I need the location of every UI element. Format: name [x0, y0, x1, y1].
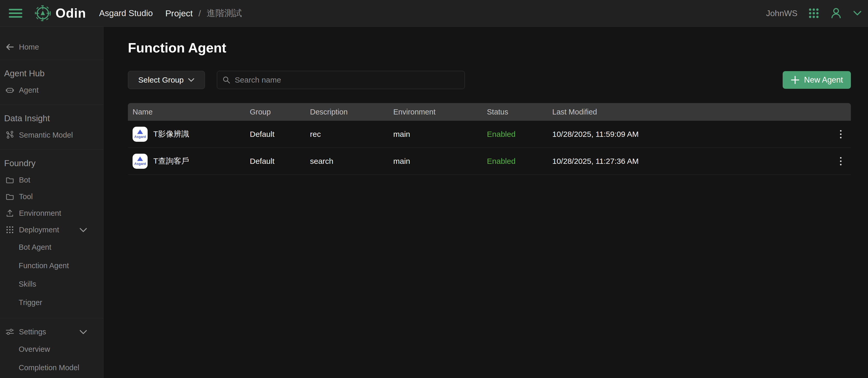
- table-row[interactable]: Asgard T影像辨識 Default rec main Enabled 10…: [128, 121, 851, 148]
- sidebar-item-deployment[interactable]: Deployment: [0, 222, 103, 238]
- select-group-label: Select Group: [138, 76, 184, 84]
- sidebar-section-agent-hub: Agent Hub: [0, 65, 103, 82]
- column-header-name: Name: [132, 108, 250, 116]
- folder-icon: [5, 175, 14, 184]
- odin-logo-icon: [34, 5, 51, 22]
- account-chevron-down-icon[interactable]: [853, 10, 862, 16]
- upload-icon: [5, 208, 14, 218]
- sidebar-item-overview[interactable]: Overview: [0, 340, 103, 358]
- sidebar-item-trigger[interactable]: Trigger: [0, 293, 103, 312]
- select-group-dropdown[interactable]: Select Group: [128, 71, 205, 89]
- sliders-icon: [5, 327, 14, 337]
- sidebar-item-bot-agent[interactable]: Bot Agent: [0, 238, 103, 257]
- chevron-down-icon[interactable]: [80, 226, 87, 234]
- row-actions-kebab-icon[interactable]: [837, 128, 844, 141]
- sidebar-section-data-insight: Data Insight: [0, 110, 103, 127]
- column-header-environment: Environment: [393, 108, 487, 116]
- toolbar: Select Group New Agent: [128, 71, 851, 89]
- column-header-status: Status: [487, 108, 552, 116]
- column-header-last-modified: Last Modified: [552, 108, 829, 116]
- sidebar-item-environment[interactable]: Environment: [0, 205, 103, 222]
- back-arrow-icon: [5, 42, 14, 52]
- sidebar: Home Agent Hub Agent Data Insigh: [0, 27, 103, 378]
- agent-name-cell: Asgard T影像辨識: [132, 127, 250, 142]
- sidebar-item-completion-model[interactable]: Completion Model: [0, 358, 103, 377]
- sidebar-item-tool[interactable]: Tool: [0, 188, 103, 205]
- folder-icon: [5, 192, 14, 201]
- search-input[interactable]: [235, 76, 459, 84]
- chevron-down-icon: [188, 78, 194, 82]
- agent-group: Default: [250, 157, 310, 166]
- asgard-agent-icon: Asgard: [132, 127, 148, 142]
- breadcrumb-project[interactable]: Project: [165, 8, 193, 19]
- agent-last-modified: 10/28/2025, 11:59:09 AM: [552, 130, 829, 139]
- agent-name-cell: Asgard T查詢客戶: [132, 154, 250, 169]
- agent-description: search: [310, 157, 393, 166]
- triangle-glyph: [137, 156, 143, 161]
- breadcrumb: Project / 進階測試: [165, 7, 242, 19]
- sidebar-item-label: Settings: [19, 328, 46, 336]
- sidebar-item-bot[interactable]: Bot: [0, 172, 103, 188]
- table-row[interactable]: Asgard T查詢客戶 Default search main Enabled…: [128, 148, 851, 175]
- brand-name: Odin: [56, 6, 86, 21]
- sidebar-item-label: Environment: [19, 209, 61, 217]
- agent-name: T查詢客戶: [153, 156, 189, 167]
- sidebar-item-agent[interactable]: Agent: [0, 82, 103, 98]
- user-avatar-icon[interactable]: [830, 7, 842, 19]
- agent-environment: main: [393, 130, 487, 139]
- asgard-agent-icon: Asgard: [132, 154, 148, 169]
- agent-icon-label: Asgard: [134, 135, 146, 139]
- robot-icon: [5, 85, 14, 95]
- sidebar-item-label: Deployment: [19, 226, 59, 234]
- column-header-description: Description: [310, 108, 393, 116]
- sidebar-item-semantic-model[interactable]: Semantic Model: [0, 127, 103, 143]
- agent-environment: main: [393, 157, 487, 166]
- agent-description: rec: [310, 130, 393, 139]
- top-header: Odin Asgard Studio Project / 進階測試 JohnWS: [0, 0, 868, 27]
- agent-group: Default: [250, 130, 310, 139]
- main-content: Function Agent Select Group: [103, 27, 868, 378]
- sidebar-item-home[interactable]: Home: [0, 39, 103, 55]
- agent-table: Name Group Description Environment Statu…: [128, 103, 851, 175]
- new-agent-button[interactable]: New Agent: [783, 71, 851, 89]
- app-name[interactable]: Asgard Studio: [99, 8, 153, 18]
- sidebar-item-label: Home: [19, 43, 39, 51]
- sidebar-item-label: Semantic Model: [19, 131, 73, 139]
- table-header: Name Group Description Environment Statu…: [128, 103, 851, 121]
- header-right-group: JohnWS: [766, 7, 862, 19]
- plus-icon: [791, 76, 800, 84]
- network-icon: [5, 130, 14, 140]
- search-box: [217, 71, 465, 89]
- chevron-down-icon[interactable]: [80, 328, 87, 336]
- sidebar-item-label: Bot: [19, 176, 30, 184]
- sidebar-item-label: Tool: [19, 193, 33, 201]
- sidebar-item-settings[interactable]: Settings: [0, 323, 103, 340]
- breadcrumb-separator: /: [198, 8, 201, 19]
- triangle-glyph: [137, 129, 143, 134]
- new-agent-label: New Agent: [804, 75, 843, 85]
- agent-last-modified: 10/28/2025, 11:27:36 AM: [552, 157, 829, 166]
- status-badge: Enabled: [487, 157, 552, 166]
- sidebar-item-function-agent[interactable]: Function Agent: [0, 257, 103, 275]
- search-icon: [222, 76, 230, 84]
- apps-grid-icon[interactable]: [808, 8, 819, 19]
- agent-icon-label: Asgard: [134, 162, 146, 166]
- hamburger-menu-icon[interactable]: [9, 9, 22, 18]
- status-badge: Enabled: [487, 130, 552, 139]
- row-actions-kebab-icon[interactable]: [837, 155, 844, 168]
- page-title: Function Agent: [128, 40, 851, 55]
- breadcrumb-current[interactable]: 進階測試: [207, 7, 242, 19]
- sidebar-item-skills[interactable]: Skills: [0, 275, 103, 293]
- column-header-group: Group: [250, 108, 310, 116]
- sidebar-item-label: Agent: [19, 86, 39, 94]
- sidebar-section-foundry: Foundry: [0, 155, 103, 172]
- grid-dots-icon: [5, 225, 14, 234]
- agent-name: T影像辨識: [153, 129, 189, 139]
- username-label: JohnWS: [766, 8, 798, 18]
